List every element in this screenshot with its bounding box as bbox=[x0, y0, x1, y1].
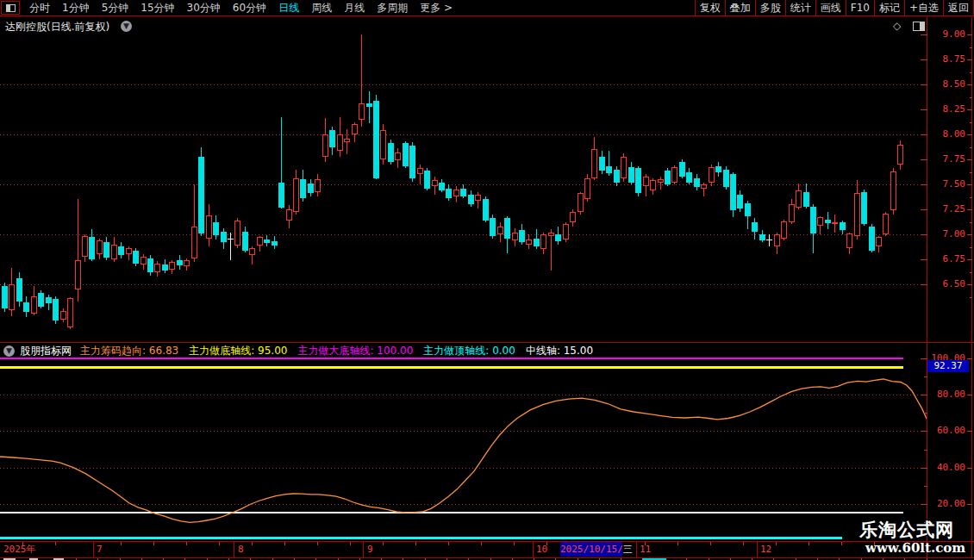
price-axis-label: 7.50 bbox=[929, 178, 965, 190]
date-axis-month: 7 bbox=[97, 544, 103, 556]
indicator-axis-label: 20.00 bbox=[929, 498, 965, 509]
toolbar-button[interactable]: 多股 bbox=[755, 0, 785, 16]
indicator-value-badge: 92.37 bbox=[927, 360, 969, 372]
toolbar-button[interactable]: 返回 bbox=[943, 0, 974, 16]
date-axis-month: 9 bbox=[367, 544, 373, 556]
price-axis-label: 7.75 bbox=[929, 153, 965, 165]
period-tab[interactable]: 日线 bbox=[272, 0, 305, 16]
date-axis-month: 8 bbox=[238, 544, 244, 556]
indicator-axis-label: 40.00 bbox=[929, 462, 965, 473]
chart-canvas[interactable] bbox=[0, 0, 974, 560]
toolbar-left-items: 分时1分钟5分钟15分钟30分钟60分钟日线周线月线多周期更多 > bbox=[23, 0, 459, 16]
price-axis-label: 7.00 bbox=[929, 228, 965, 240]
period-toolbar: 分时1分钟5分钟15分钟30分钟60分钟日线周线月线多周期更多 > 复权叠加多股… bbox=[0, 0, 974, 16]
period-tab[interactable]: 月线 bbox=[338, 0, 371, 16]
date-axis-month: 11 bbox=[640, 544, 651, 556]
title-chevron-down-icon[interactable]: ▼ bbox=[121, 21, 132, 32]
price-axis-label: 8.25 bbox=[929, 103, 965, 115]
indicator-axis-label: 80.00 bbox=[929, 389, 965, 400]
indicator-header: ▼ 股朋指标网 主力筹码趋向: 66.83主力做底轴线: 95.00主力做大底轴… bbox=[0, 344, 922, 358]
indicator-values: 主力筹码趋向: 66.83主力做底轴线: 95.00主力做大底轴线: 100.0… bbox=[80, 344, 603, 358]
price-axis-label: 6.75 bbox=[929, 253, 965, 264]
title-bar: 达刚控股(日线.前复权) ▼ ◇ bbox=[0, 17, 974, 34]
period-tab[interactable]: 5分钟 bbox=[96, 0, 135, 16]
toolbar-button[interactable]: 叠加 bbox=[725, 0, 755, 16]
diamond-icon[interactable]: ◇ bbox=[893, 20, 901, 32]
period-tab[interactable]: 15分钟 bbox=[134, 0, 180, 16]
price-axis-label: 9.00 bbox=[929, 28, 965, 40]
toolbar-button[interactable]: +自选 bbox=[904, 0, 943, 16]
price-axis-label: 7.25 bbox=[929, 203, 965, 215]
date-axis-year: 2025年 bbox=[3, 544, 36, 556]
selected-date-text: 2025/10/15/ bbox=[560, 544, 623, 555]
indicator-field: 主力做底轴线: 95.00 bbox=[189, 344, 287, 358]
panel-layout-icon[interactable] bbox=[913, 22, 925, 31]
selected-weekday-text: 三 bbox=[623, 544, 633, 555]
toolbar-right-items: 复权叠加多股统计画线F10标记+自选返回 bbox=[695, 0, 974, 16]
window-split-button[interactable] bbox=[1, 1, 20, 15]
indicator-field: 主力做大底轴线: 100.00 bbox=[297, 344, 413, 358]
price-axis-label: 8.00 bbox=[929, 128, 965, 140]
toolbar-button[interactable]: 统计 bbox=[785, 0, 815, 16]
toolbar-button[interactable]: 复权 bbox=[695, 0, 725, 16]
date-axis-month: 10 bbox=[536, 544, 547, 556]
indicator-chevron-down-icon[interactable]: ▼ bbox=[3, 345, 15, 357]
selected-date-badge: 2025/10/15/三 bbox=[560, 542, 622, 557]
indicator-axis-label: 60.00 bbox=[929, 425, 965, 436]
toolbar-button[interactable]: 标记 bbox=[874, 0, 904, 16]
period-tab[interactable]: 周线 bbox=[305, 0, 338, 16]
price-axis-label: 8.75 bbox=[929, 53, 965, 65]
indicator-name: 股朋指标网 bbox=[20, 344, 72, 358]
app-window: 分时1分钟5分钟15分钟30分钟60分钟日线周线月线多周期更多 > 复权叠加多股… bbox=[0, 0, 974, 560]
period-tab[interactable]: 更多 > bbox=[414, 0, 459, 16]
price-axis-label: 6.50 bbox=[929, 278, 965, 289]
split-window-icon bbox=[6, 4, 16, 12]
watermark-site-url: www.60lt.com bbox=[865, 540, 965, 556]
period-tab[interactable]: 30分钟 bbox=[181, 0, 227, 16]
period-tab[interactable]: 分时 bbox=[23, 0, 56, 16]
toolbar-button[interactable]: 画线 bbox=[815, 0, 846, 16]
period-tab[interactable]: 1分钟 bbox=[56, 0, 96, 16]
period-tab[interactable]: 多周期 bbox=[371, 0, 414, 16]
indicator-field: 主力做顶轴线: 0.00 bbox=[423, 344, 515, 358]
price-axis-label: 8.50 bbox=[929, 78, 965, 90]
period-tab[interactable]: 60分钟 bbox=[227, 0, 272, 16]
toolbar-button[interactable]: F10 bbox=[846, 0, 874, 16]
date-axis-month: 12 bbox=[760, 544, 771, 556]
page-title: 达刚控股(日线.前复权) bbox=[5, 20, 109, 34]
indicator-field: 中线轴: 15.00 bbox=[526, 344, 593, 358]
indicator-field: 主力筹码趋向: 66.83 bbox=[80, 344, 178, 358]
watermark-site-name: 乐淘公式网 bbox=[859, 518, 954, 542]
